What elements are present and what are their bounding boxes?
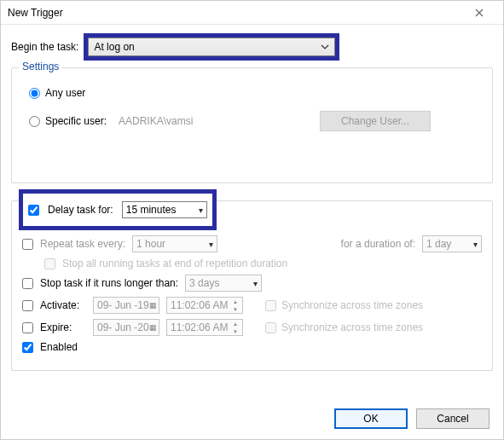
specific-user-label: Specific user: bbox=[45, 115, 113, 127]
delay-task-select[interactable]: 15 minutes ▾ bbox=[122, 201, 207, 218]
delay-task-checkbox[interactable] bbox=[28, 205, 39, 216]
new-trigger-dialog: New Trigger Begin the task: At log on Se… bbox=[0, 0, 504, 440]
expire-row: Expire: 09- Jun -20 ▦ 11:02:06 AM ▲▼ Syn… bbox=[22, 319, 482, 336]
repeat-task-label: Repeat task every: bbox=[40, 238, 125, 250]
enabled-row: Enabled bbox=[22, 341, 482, 353]
any-user-label: Any user bbox=[45, 87, 85, 99]
chevron-down-icon: ▾ bbox=[473, 240, 478, 249]
close-icon[interactable] bbox=[462, 4, 496, 21]
activate-label: Activate: bbox=[40, 299, 86, 311]
activate-row: Activate: 09- Jun -19 ▦ 11:02:06 AM ▲▼ S… bbox=[22, 297, 482, 314]
ok-button-label: OK bbox=[363, 413, 378, 425]
activate-sync-checkbox bbox=[265, 300, 276, 311]
expire-checkbox[interactable] bbox=[22, 322, 33, 333]
duration-value: 1 day bbox=[426, 238, 451, 250]
chevron-down-icon: ▾ bbox=[209, 240, 213, 249]
repeat-task-checkbox[interactable] bbox=[22, 239, 33, 250]
enabled-label: Enabled bbox=[40, 341, 78, 353]
duration-select: 1 day ▾ bbox=[422, 235, 482, 252]
activate-date-picker: 09- Jun -19 ▦ bbox=[93, 297, 159, 314]
stop-task-label: Stop task if it runs longer than: bbox=[40, 277, 178, 289]
activate-checkbox[interactable] bbox=[22, 300, 33, 311]
cancel-button[interactable]: Cancel bbox=[416, 408, 490, 429]
chevron-down-icon: ▾ bbox=[199, 206, 203, 215]
activate-sync-row: Synchronize across time zones bbox=[265, 299, 423, 311]
begin-task-select[interactable]: At log on bbox=[88, 38, 335, 56]
any-user-row: Any user bbox=[29, 87, 480, 99]
stop-task-checkbox[interactable] bbox=[22, 278, 33, 289]
stop-task-row: Stop task if it runs longer than: 3 days… bbox=[22, 275, 482, 292]
repeat-task-select: 1 hour ▾ bbox=[132, 235, 217, 252]
delay-task-highlight: Delay task for: 15 minutes ▾ bbox=[19, 189, 217, 230]
delay-task-label: Delay task for: bbox=[48, 204, 113, 216]
begin-task-row: Begin the task: At log on bbox=[11, 33, 493, 61]
stop-task-select: 3 days ▾ bbox=[185, 275, 262, 292]
delay-task-value: 15 minutes bbox=[126, 204, 177, 216]
stop-task-value: 3 days bbox=[189, 277, 219, 289]
settings-group: Settings Any user Specific user: AADRIKA… bbox=[11, 67, 493, 183]
begin-task-value: At log on bbox=[94, 41, 134, 53]
begin-task-highlight: At log on bbox=[84, 33, 339, 61]
advanced-settings-group: Advanced settings Delay task for: 15 min… bbox=[11, 200, 493, 371]
expire-time-value: 11:02:06 AM bbox=[171, 321, 228, 333]
stop-repetition-row: Stop all running tasks at end of repetit… bbox=[44, 258, 482, 269]
spinner-icon: ▲▼ bbox=[229, 321, 241, 336]
settings-legend: Settings bbox=[19, 61, 62, 72]
repeat-task-value: 1 hour bbox=[136, 238, 165, 250]
expire-sync-checkbox bbox=[265, 322, 276, 333]
begin-task-label: Begin the task: bbox=[11, 41, 78, 53]
expire-date-picker: 09- Jun -20 ▦ bbox=[93, 319, 159, 336]
dialog-content: Begin the task: At log on Settings Any u… bbox=[1, 25, 503, 379]
stop-repetition-label: Stop all running tasks at end of repetit… bbox=[62, 258, 287, 269]
enabled-checkbox[interactable] bbox=[22, 342, 33, 353]
advanced-inner: Repeat task every: 1 hour ▾ for a durati… bbox=[22, 235, 482, 353]
expire-label: Expire: bbox=[40, 321, 86, 333]
activate-time-value: 11:02:06 AM bbox=[171, 299, 228, 311]
chevron-down-icon: ▾ bbox=[253, 279, 258, 288]
expire-sync-row: Synchronize across time zones bbox=[265, 321, 423, 333]
calendar-icon: ▦ bbox=[149, 301, 157, 310]
chevron-down-icon bbox=[321, 44, 329, 49]
title-bar: New Trigger bbox=[1, 1, 503, 25]
expire-time-picker: 11:02:06 AM ▲▼ bbox=[166, 319, 243, 336]
ok-button[interactable]: OK bbox=[334, 408, 408, 429]
any-user-radio[interactable] bbox=[29, 88, 40, 99]
change-user-label: Change User... bbox=[341, 115, 409, 127]
specific-user-row: Specific user: AADRIKA\vamsi Change User… bbox=[29, 111, 480, 131]
specific-user-value: AADRIKA\vamsi bbox=[119, 115, 315, 127]
activate-time-picker: 11:02:06 AM ▲▼ bbox=[166, 297, 243, 314]
window-title: New Trigger bbox=[8, 7, 462, 19]
repeat-row: Repeat task every: 1 hour ▾ for a durati… bbox=[22, 235, 482, 252]
change-user-button: Change User... bbox=[320, 111, 431, 131]
activate-sync-label: Synchronize across time zones bbox=[281, 299, 423, 311]
spinner-icon: ▲▼ bbox=[229, 298, 241, 314]
specific-user-radio[interactable] bbox=[29, 116, 40, 127]
cancel-button-label: Cancel bbox=[437, 413, 468, 425]
expire-date-value: 09- Jun -20 bbox=[97, 321, 149, 333]
calendar-icon: ▦ bbox=[149, 323, 157, 332]
stop-repetition-checkbox bbox=[44, 258, 55, 269]
expire-sync-label: Synchronize across time zones bbox=[281, 321, 423, 333]
duration-label: for a duration of: bbox=[341, 238, 415, 250]
dialog-buttons: OK Cancel bbox=[334, 408, 490, 429]
activate-date-value: 09- Jun -19 bbox=[97, 299, 149, 311]
